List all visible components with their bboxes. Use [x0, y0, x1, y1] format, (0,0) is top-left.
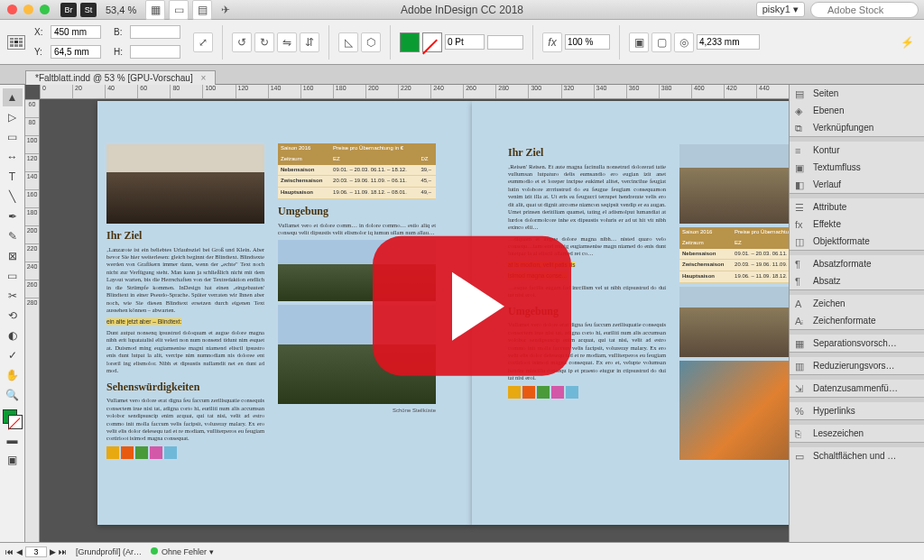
pen-tool[interactable]: ✒ [3, 207, 23, 225]
horizontal-ruler: 0204060801001201401601802002202402602803… [40, 85, 789, 99]
next-page-icon[interactable]: ▶ [50, 547, 56, 556]
maximize-icon[interactable] [40, 5, 50, 14]
h-input[interactable] [130, 45, 180, 59]
direct-select-tool[interactable]: ▷ [3, 108, 23, 126]
panel-grad[interactable]: ◧Verlauf [790, 176, 924, 193]
attr-icon: ☰ [795, 202, 808, 213]
merge-icon: ⇲ [795, 383, 808, 394]
transform-tool[interactable]: ⟲ [3, 307, 23, 325]
ref-point-widget[interactable] [7, 35, 25, 50]
close-icon[interactable] [7, 5, 17, 14]
scale-icon[interactable]: ⤢ [193, 32, 213, 52]
tab-close-icon[interactable]: × [200, 73, 206, 83]
dimension-input[interactable] [697, 34, 760, 50]
stock-badge[interactable]: St [80, 3, 97, 17]
zoom-readout[interactable]: 53,4 % [106, 5, 136, 15]
pencil-tool[interactable]: ✎ [3, 227, 23, 245]
corner-icon[interactable]: ◺ [338, 32, 358, 52]
page-number-input[interactable] [25, 546, 47, 557]
panel-book[interactable]: ⎘Lesezeichen [790, 425, 924, 442]
apply-color-icon[interactable]: ▬ [3, 431, 23, 449]
flip-v-icon[interactable]: ⇵ [300, 32, 319, 52]
arrange-icon[interactable]: ▤ [192, 0, 212, 20]
rect-tool[interactable]: ▭ [3, 267, 23, 285]
adobe-stock-search[interactable] [810, 2, 919, 18]
panel-pages[interactable]: ▤Seiten [790, 85, 924, 102]
panel-links[interactable]: ⧉Verknüpfungen [790, 119, 924, 136]
panel-charst[interactable]: AᵢZeichenformate [790, 312, 924, 329]
publish-icon[interactable]: ✈ [216, 0, 236, 20]
layers-icon: ◈ [795, 106, 808, 116]
type-tool[interactable]: T [3, 168, 23, 186]
preflight-status[interactable]: Ohne Fehler ▾ [151, 547, 214, 556]
bridge-badge[interactable]: Br [60, 3, 77, 17]
canvas[interactable]: 0204060801001201401601802002202402602803… [25, 85, 789, 542]
status-bar: ⏮ ◀ ▶ ⏭ [Grundprofil] (Ar… Ohne Fehler ▾ [0, 542, 924, 560]
stroke-weight-input[interactable] [445, 34, 485, 50]
panel-pst[interactable]: ¶Absatzformate [790, 255, 924, 272]
x-input[interactable] [51, 25, 101, 39]
wrap-shape-icon[interactable]: ◎ [674, 32, 694, 52]
fx-icon[interactable]: fx [542, 32, 562, 52]
pathfinder-icon[interactable]: ⬡ [361, 32, 381, 52]
screen-mode-icon[interactable]: ▭ [169, 0, 189, 20]
panel-objst[interactable]: ◫Objektformate [790, 233, 924, 250]
hand-tool[interactable]: ✋ [3, 366, 23, 384]
panel-para[interactable]: ¶Absatz [790, 272, 924, 289]
charst-icon: Aᵢ [795, 316, 808, 326]
panel-stroke[interactable]: ≡Kontur [790, 142, 924, 159]
amenity-icons [106, 446, 264, 459]
selection-tool[interactable]: ▲ [3, 88, 23, 106]
price-table-left: Saison 2016Preise pro Übernachtung in € … [278, 143, 436, 199]
gap-tool[interactable]: ↔ [3, 148, 23, 166]
panel-char[interactable]: AZeichen [790, 295, 924, 312]
video-play-button[interactable] [373, 236, 571, 376]
panel-fx[interactable]: fxEffekte [790, 216, 924, 233]
stroke-swatch[interactable] [422, 32, 442, 52]
rotate-ccw-icon[interactable]: ↺ [232, 32, 252, 52]
page-tool[interactable]: ▭ [3, 128, 23, 146]
fill-stroke-well[interactable] [3, 409, 23, 429]
panel-flat[interactable]: ▥Reduzierungsvors… [790, 357, 924, 374]
panel-sep[interactable]: ▦Separationsvorsch… [790, 335, 924, 352]
macos-titlebar: Br St 53,4 % ▦ ▭ ▤ ✈ Adobe InDesign CC 2… [0, 0, 924, 20]
panel-wrap[interactable]: ▣Textumfluss [790, 159, 924, 176]
image-sculpture [679, 361, 789, 460]
w-input[interactable] [130, 25, 180, 39]
tool-panel: ▲ ▷ ▭ ↔ T ╲ ✒ ✎ ⊠ ▭ ✂ ⟲ ◐ ✓ ✋ 🔍 ▬ ▣ [0, 85, 25, 542]
user-dropdown[interactable]: pisky1 ▾ [756, 2, 805, 17]
stroke-style-dropdown[interactable] [487, 35, 523, 50]
wrap-none-icon[interactable]: ▣ [629, 32, 649, 52]
line-tool[interactable]: ╲ [3, 188, 23, 206]
flash-icon[interactable]: ⚡ [897, 32, 917, 52]
rotate-cw-icon[interactable]: ↻ [254, 32, 274, 52]
fill-swatch[interactable] [400, 32, 420, 52]
document-tab[interactable]: *Faltblatt.indd @ 53 % [GPU-Vorschau] × [25, 70, 216, 85]
gradient-tool[interactable]: ◐ [3, 326, 23, 344]
view-mode-icon[interactable]: ▦ [145, 0, 165, 20]
flip-h-icon[interactable]: ⇋ [277, 32, 297, 52]
position-fields: X: Y: [34, 23, 105, 61]
panel-btn[interactable]: ▭Schaltflächen und … [790, 447, 924, 464]
prev-page-icon[interactable]: ◀ [16, 547, 23, 556]
caption: Schöne Steilküste [278, 408, 436, 415]
page-navigator[interactable]: ⏮ ◀ ▶ ⏭ [5, 546, 67, 557]
rect-frame-tool[interactable]: ⊠ [3, 247, 23, 265]
amenity-icons-r [508, 386, 666, 399]
scissors-tool[interactable]: ✂ [3, 287, 23, 305]
panel-layers[interactable]: ◈Ebenen [790, 102, 924, 119]
panel-hyper[interactable]: %Hyperlinks [790, 402, 924, 419]
view-mode-toggle[interactable]: ▣ [3, 451, 23, 469]
panel-attr[interactable]: ☰Attribute [790, 198, 924, 216]
last-page-icon[interactable]: ⏭ [59, 547, 67, 556]
wrap-bbox-icon[interactable]: ▢ [651, 32, 671, 52]
zoom-tool[interactable]: 🔍 [3, 386, 23, 404]
eyedropper-tool[interactable]: ✓ [3, 346, 23, 364]
y-input[interactable] [51, 45, 101, 59]
first-page-icon[interactable]: ⏮ [5, 547, 14, 556]
panel-merge[interactable]: ⇲Datenzusammenfü… [790, 380, 924, 397]
minimize-icon[interactable] [23, 5, 33, 14]
hyper-icon: % [795, 406, 808, 417]
opacity-input[interactable] [565, 34, 610, 50]
profile-readout[interactable]: [Grundprofil] (Ar… [76, 547, 142, 556]
